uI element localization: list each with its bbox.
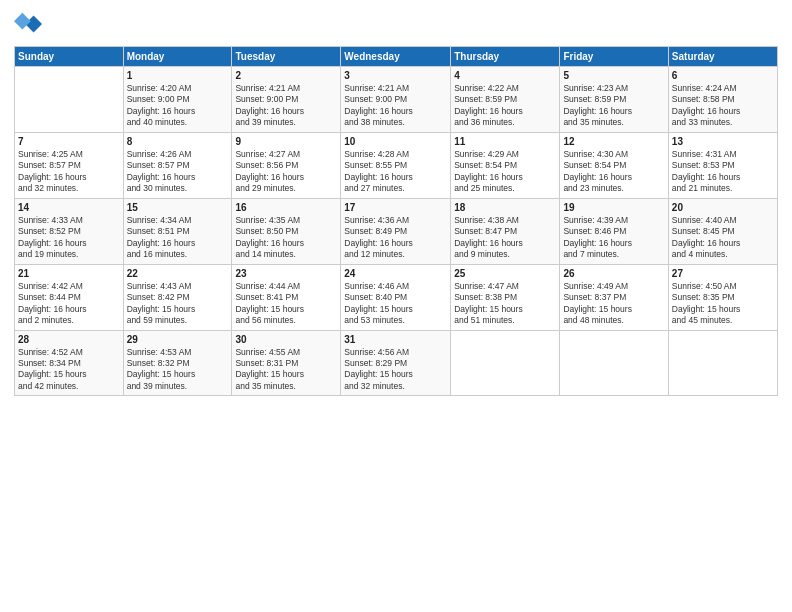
day-cell: 27Sunrise: 4:50 AM Sunset: 8:35 PM Dayli…	[668, 264, 777, 330]
day-number: 12	[563, 136, 664, 147]
weekday-header-thursday: Thursday	[451, 47, 560, 67]
day-number: 21	[18, 268, 120, 279]
day-info: Sunrise: 4:27 AM Sunset: 8:56 PM Dayligh…	[235, 149, 337, 195]
day-info: Sunrise: 4:42 AM Sunset: 8:44 PM Dayligh…	[18, 281, 120, 327]
page: SundayMondayTuesdayWednesdayThursdayFrid…	[0, 0, 792, 612]
day-info: Sunrise: 4:55 AM Sunset: 8:31 PM Dayligh…	[235, 347, 337, 393]
day-number: 17	[344, 202, 447, 213]
day-cell: 30Sunrise: 4:55 AM Sunset: 8:31 PM Dayli…	[232, 330, 341, 396]
weekday-header-sunday: Sunday	[15, 47, 124, 67]
day-number: 10	[344, 136, 447, 147]
day-info: Sunrise: 4:50 AM Sunset: 8:35 PM Dayligh…	[672, 281, 774, 327]
day-number: 5	[563, 70, 664, 81]
day-number: 29	[127, 334, 229, 345]
day-number: 14	[18, 202, 120, 213]
week-row-1: 1Sunrise: 4:20 AM Sunset: 9:00 PM Daylig…	[15, 67, 778, 133]
day-number: 16	[235, 202, 337, 213]
day-number: 15	[127, 202, 229, 213]
day-info: Sunrise: 4:56 AM Sunset: 8:29 PM Dayligh…	[344, 347, 447, 393]
day-info: Sunrise: 4:23 AM Sunset: 8:59 PM Dayligh…	[563, 83, 664, 129]
day-cell: 7Sunrise: 4:25 AM Sunset: 8:57 PM Daylig…	[15, 132, 124, 198]
day-info: Sunrise: 4:53 AM Sunset: 8:32 PM Dayligh…	[127, 347, 229, 393]
day-info: Sunrise: 4:30 AM Sunset: 8:54 PM Dayligh…	[563, 149, 664, 195]
day-cell: 26Sunrise: 4:49 AM Sunset: 8:37 PM Dayli…	[560, 264, 668, 330]
day-info: Sunrise: 4:39 AM Sunset: 8:46 PM Dayligh…	[563, 215, 664, 261]
day-info: Sunrise: 4:40 AM Sunset: 8:45 PM Dayligh…	[672, 215, 774, 261]
day-cell: 17Sunrise: 4:36 AM Sunset: 8:49 PM Dayli…	[341, 198, 451, 264]
day-cell: 4Sunrise: 4:22 AM Sunset: 8:59 PM Daylig…	[451, 67, 560, 133]
day-cell: 9Sunrise: 4:27 AM Sunset: 8:56 PM Daylig…	[232, 132, 341, 198]
day-cell: 6Sunrise: 4:24 AM Sunset: 8:58 PM Daylig…	[668, 67, 777, 133]
day-cell: 25Sunrise: 4:47 AM Sunset: 8:38 PM Dayli…	[451, 264, 560, 330]
day-info: Sunrise: 4:34 AM Sunset: 8:51 PM Dayligh…	[127, 215, 229, 261]
day-info: Sunrise: 4:47 AM Sunset: 8:38 PM Dayligh…	[454, 281, 556, 327]
day-number: 2	[235, 70, 337, 81]
week-row-3: 14Sunrise: 4:33 AM Sunset: 8:52 PM Dayli…	[15, 198, 778, 264]
day-info: Sunrise: 4:33 AM Sunset: 8:52 PM Dayligh…	[18, 215, 120, 261]
day-number: 13	[672, 136, 774, 147]
day-cell: 16Sunrise: 4:35 AM Sunset: 8:50 PM Dayli…	[232, 198, 341, 264]
day-number: 25	[454, 268, 556, 279]
day-cell: 2Sunrise: 4:21 AM Sunset: 9:00 PM Daylig…	[232, 67, 341, 133]
day-number: 6	[672, 70, 774, 81]
day-cell: 18Sunrise: 4:38 AM Sunset: 8:47 PM Dayli…	[451, 198, 560, 264]
svg-marker-1	[14, 13, 31, 30]
day-info: Sunrise: 4:38 AM Sunset: 8:47 PM Dayligh…	[454, 215, 556, 261]
day-cell: 29Sunrise: 4:53 AM Sunset: 8:32 PM Dayli…	[123, 330, 232, 396]
header	[14, 10, 778, 38]
week-row-2: 7Sunrise: 4:25 AM Sunset: 8:57 PM Daylig…	[15, 132, 778, 198]
day-info: Sunrise: 4:44 AM Sunset: 8:41 PM Dayligh…	[235, 281, 337, 327]
day-number: 31	[344, 334, 447, 345]
day-cell: 15Sunrise: 4:34 AM Sunset: 8:51 PM Dayli…	[123, 198, 232, 264]
day-cell: 24Sunrise: 4:46 AM Sunset: 8:40 PM Dayli…	[341, 264, 451, 330]
day-number: 28	[18, 334, 120, 345]
day-cell: 3Sunrise: 4:21 AM Sunset: 9:00 PM Daylig…	[341, 67, 451, 133]
day-info: Sunrise: 4:21 AM Sunset: 9:00 PM Dayligh…	[344, 83, 447, 129]
day-cell: 20Sunrise: 4:40 AM Sunset: 8:45 PM Dayli…	[668, 198, 777, 264]
day-info: Sunrise: 4:25 AM Sunset: 8:57 PM Dayligh…	[18, 149, 120, 195]
day-info: Sunrise: 4:52 AM Sunset: 8:34 PM Dayligh…	[18, 347, 120, 393]
day-cell: 10Sunrise: 4:28 AM Sunset: 8:55 PM Dayli…	[341, 132, 451, 198]
weekday-header-wednesday: Wednesday	[341, 47, 451, 67]
day-cell: 5Sunrise: 4:23 AM Sunset: 8:59 PM Daylig…	[560, 67, 668, 133]
day-info: Sunrise: 4:29 AM Sunset: 8:54 PM Dayligh…	[454, 149, 556, 195]
calendar-table: SundayMondayTuesdayWednesdayThursdayFrid…	[14, 46, 778, 396]
logo	[14, 10, 46, 38]
day-number: 24	[344, 268, 447, 279]
day-cell: 13Sunrise: 4:31 AM Sunset: 8:53 PM Dayli…	[668, 132, 777, 198]
day-info: Sunrise: 4:35 AM Sunset: 8:50 PM Dayligh…	[235, 215, 337, 261]
day-number: 11	[454, 136, 556, 147]
day-cell: 19Sunrise: 4:39 AM Sunset: 8:46 PM Dayli…	[560, 198, 668, 264]
day-cell: 31Sunrise: 4:56 AM Sunset: 8:29 PM Dayli…	[341, 330, 451, 396]
day-info: Sunrise: 4:31 AM Sunset: 8:53 PM Dayligh…	[672, 149, 774, 195]
day-info: Sunrise: 4:21 AM Sunset: 9:00 PM Dayligh…	[235, 83, 337, 129]
day-cell: 8Sunrise: 4:26 AM Sunset: 8:57 PM Daylig…	[123, 132, 232, 198]
week-row-4: 21Sunrise: 4:42 AM Sunset: 8:44 PM Dayli…	[15, 264, 778, 330]
day-number: 27	[672, 268, 774, 279]
day-info: Sunrise: 4:43 AM Sunset: 8:42 PM Dayligh…	[127, 281, 229, 327]
day-cell: 12Sunrise: 4:30 AM Sunset: 8:54 PM Dayli…	[560, 132, 668, 198]
day-number: 26	[563, 268, 664, 279]
day-number: 22	[127, 268, 229, 279]
day-number: 20	[672, 202, 774, 213]
weekday-header-row: SundayMondayTuesdayWednesdayThursdayFrid…	[15, 47, 778, 67]
day-number: 3	[344, 70, 447, 81]
day-number: 18	[454, 202, 556, 213]
day-info: Sunrise: 4:20 AM Sunset: 9:00 PM Dayligh…	[127, 83, 229, 129]
weekday-header-friday: Friday	[560, 47, 668, 67]
day-cell: 28Sunrise: 4:52 AM Sunset: 8:34 PM Dayli…	[15, 330, 124, 396]
day-cell: 14Sunrise: 4:33 AM Sunset: 8:52 PM Dayli…	[15, 198, 124, 264]
day-number: 9	[235, 136, 337, 147]
day-cell	[560, 330, 668, 396]
weekday-header-tuesday: Tuesday	[232, 47, 341, 67]
day-number: 1	[127, 70, 229, 81]
weekday-header-monday: Monday	[123, 47, 232, 67]
day-cell	[15, 67, 124, 133]
day-info: Sunrise: 4:46 AM Sunset: 8:40 PM Dayligh…	[344, 281, 447, 327]
day-info: Sunrise: 4:28 AM Sunset: 8:55 PM Dayligh…	[344, 149, 447, 195]
day-cell	[668, 330, 777, 396]
week-row-5: 28Sunrise: 4:52 AM Sunset: 8:34 PM Dayli…	[15, 330, 778, 396]
day-number: 7	[18, 136, 120, 147]
day-cell: 22Sunrise: 4:43 AM Sunset: 8:42 PM Dayli…	[123, 264, 232, 330]
day-cell: 23Sunrise: 4:44 AM Sunset: 8:41 PM Dayli…	[232, 264, 341, 330]
